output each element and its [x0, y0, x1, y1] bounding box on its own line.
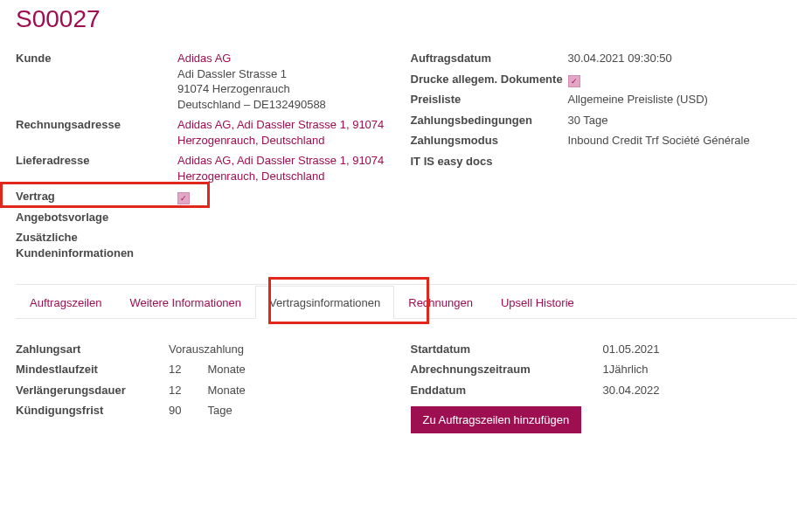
contract-panel: Zahlungsart Vorauszahlung Mindestlaufzei… — [16, 340, 796, 438]
label-itiseasy: IT IS easy docs — [411, 154, 568, 170]
label-preisliste: Preisliste — [411, 92, 568, 107]
label-zahlungsart: Zahlungsart — [16, 342, 169, 357]
tab-weitere-informationen[interactable]: Weitere Informationen — [115, 286, 255, 319]
tabs: Auftragszeilen Weitere Informationen Ver… — [16, 285, 796, 319]
label-angebotsvorlage: Angebotsvorlage — [16, 210, 177, 225]
label-zahlungsbedingungen: Zahlungsbedingungen — [411, 113, 568, 128]
label-lieferadresse: Lieferadresse — [16, 153, 177, 183]
tab-auftragszeilen[interactable]: Auftragszeilen — [16, 286, 115, 319]
kunde-street: Adi Dassler Strasse 1 — [177, 67, 287, 80]
value-zusatz — [177, 230, 402, 260]
label-kunde: Kunde — [16, 51, 177, 112]
header-fields: Kunde Adidas AG Adi Dassler Strasse 1 91… — [16, 49, 796, 265]
value-enddatum: 30.04.2022 — [603, 383, 797, 398]
value-auftragsdatum: 30.04.2021 09:30:50 — [568, 51, 797, 66]
label-startdatum: Startdatum — [411, 342, 603, 357]
value-rechnungsadresse[interactable]: Adidas AG, Adi Dassler Strasse 1, 91074 … — [177, 117, 402, 148]
label-auftragsdatum: Auftragsdatum — [411, 51, 568, 66]
value-preisliste: Allgemeine Preisliste (USD) — [568, 92, 797, 107]
row-vertrag: Vertrag ✓ — [16, 187, 402, 206]
label-kuendigung: Kündigungsfrist — [16, 403, 169, 419]
label-abrechnung: Abrechnungszeitraum — [411, 362, 603, 377]
mindestlaufzeit-number: 12 — [169, 362, 181, 377]
tab-rechnungen[interactable]: Rechnungen — [394, 286, 487, 319]
value-lieferadresse[interactable]: Adidas AG, Adi Dassler Strasse 1, 91074 … — [177, 153, 402, 183]
mindestlaufzeit-unit: Monate — [207, 362, 245, 377]
right-column: Auftragsdatum 30.04.2021 09:30:50 Drucke… — [411, 49, 797, 265]
value-itiseasy — [568, 154, 797, 170]
value-mindestlaufzeit: 12 Monate — [169, 362, 402, 377]
contract-left: Zahlungsart Vorauszahlung Mindestlaufzei… — [16, 340, 402, 438]
page-title: S00027 — [16, 5, 796, 33]
verlaengerung-unit: Monate — [207, 383, 245, 398]
kuendigung-number: 90 — [169, 403, 181, 419]
tab-vertragsinformationen[interactable]: Vertragsinformationen — [255, 286, 394, 319]
verlaengerung-number: 12 — [169, 383, 181, 398]
value-kunde: Adidas AG Adi Dassler Strasse 1 91074 He… — [177, 51, 402, 112]
drucke-checkbox[interactable]: ✓ — [568, 75, 580, 87]
kunde-name-link[interactable]: Adidas AG — [177, 52, 231, 65]
value-zahlungsbedingungen: 30 Tage — [568, 113, 797, 128]
value-kuendigung: 90 Tage — [169, 403, 402, 419]
value-drucke: ✓ — [568, 72, 797, 87]
label-drucke: Drucke allegem. Dokumente — [411, 72, 568, 87]
label-zahlungsmodus: Zahlungsmodus — [411, 133, 568, 149]
value-verlaengerung: 12 Monate — [169, 383, 402, 398]
kuendigung-unit: Tage — [207, 403, 232, 419]
value-abrechnung: 1Jährlich — [603, 362, 797, 377]
check-icon: ✓ — [180, 193, 187, 204]
kunde-city: 91074 Herzogenrauch — [177, 82, 290, 95]
value-zahlungsart: Vorauszahlung — [169, 342, 402, 357]
value-vertrag: ✓ — [177, 189, 402, 204]
kunde-country: Deutschland – DE132490588 — [177, 98, 326, 111]
label-vertrag: Vertrag — [16, 189, 177, 204]
left-column: Kunde Adidas AG Adi Dassler Strasse 1 91… — [16, 49, 402, 265]
add-to-order-lines-button[interactable]: Zu Auftragszeilen hinzufügen — [411, 406, 582, 433]
value-zahlungsmodus: Inbound Credit Trf Société Générale — [568, 133, 797, 149]
vertrag-checkbox[interactable]: ✓ — [177, 192, 190, 204]
tab-upsell-historie[interactable]: Upsell Historie — [487, 286, 588, 319]
check-icon: ✓ — [571, 76, 578, 86]
label-mindestlaufzeit: Mindestlaufzeit — [16, 362, 169, 377]
label-zusatz: Zusätzliche Kundeninformationen — [16, 230, 177, 260]
value-startdatum: 01.05.2021 — [603, 342, 797, 357]
label-rechnungsadresse: Rechnungsadresse — [16, 117, 177, 148]
contract-right: Startdatum 01.05.2021 Abrechnungszeitrau… — [411, 340, 797, 438]
value-angebotsvorlage — [177, 210, 402, 225]
label-verlaengerung: Verlängerungsdauer — [16, 383, 169, 398]
label-enddatum: Enddatum — [411, 383, 603, 398]
